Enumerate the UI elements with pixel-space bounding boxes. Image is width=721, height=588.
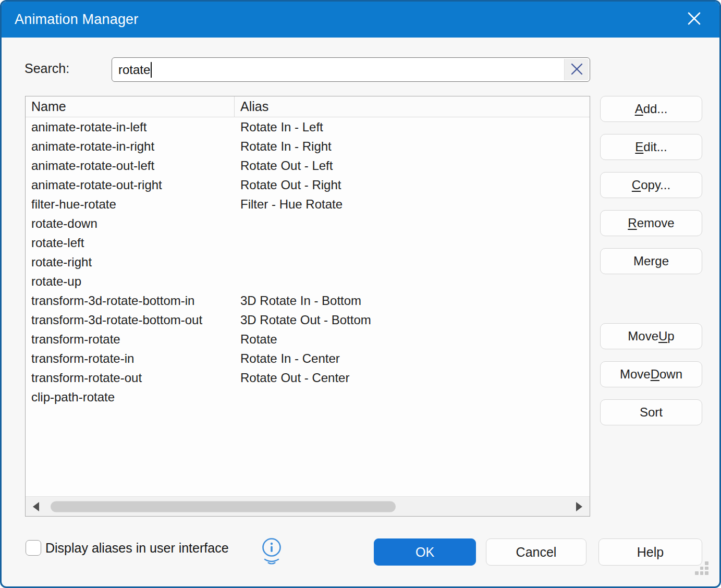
search-value: rotate (112, 63, 150, 77)
table-row[interactable]: transform-3d-rotate-bottom-in 3D Rotate … (26, 291, 590, 310)
help-button[interactable]: Help (598, 538, 702, 566)
row-alias: Rotate (235, 332, 590, 347)
ok-button[interactable]: OK (374, 538, 476, 566)
text-caret (151, 62, 152, 78)
table-row[interactable]: transform-3d-rotate-bottom-out 3D Rotate… (26, 310, 590, 329)
title-bar[interactable]: Animation Manager (2, 2, 719, 38)
row-name: transform-3d-rotate-bottom-out (26, 313, 235, 327)
table-row[interactable]: animate-rotate-in-left Rotate In - Left (26, 117, 590, 137)
table-row[interactable]: clip-path-rotate (26, 387, 590, 407)
row-alias: Rotate In - Right (235, 139, 590, 154)
table-row[interactable]: animate-rotate-out-left Rotate Out - Lef… (26, 156, 590, 175)
remove-button[interactable]: Remove (600, 210, 702, 236)
dialog-title: Animation Manager (15, 11, 139, 28)
row-alias: Rotate In - Center (235, 351, 590, 366)
column-header-alias[interactable]: Alias (235, 96, 590, 117)
table-row[interactable]: rotate-up (26, 272, 590, 291)
list-header: Name Alias (26, 96, 590, 117)
display-aliases-checkbox[interactable] (26, 540, 41, 556)
edit-button[interactable]: Edit... (600, 134, 702, 160)
table-row[interactable]: animate-rotate-out-right Rotate Out - Ri… (26, 175, 590, 194)
search-input[interactable]: rotate (112, 57, 590, 82)
table-row[interactable]: transform-rotate-in Rotate In - Center (26, 349, 590, 368)
table-row[interactable]: transform-rotate-out Rotate Out - Center (26, 368, 590, 387)
row-name: animate-rotate-in-left (26, 120, 235, 134)
row-name: animate-rotate-out-right (26, 178, 235, 192)
add-button[interactable]: Add... (600, 96, 702, 122)
row-name: animate-rotate-out-left (26, 158, 235, 173)
close-icon (687, 11, 701, 28)
move-up-button[interactable]: Move Up (600, 323, 702, 349)
row-alias: Rotate Out - Right (235, 178, 590, 192)
resize-grip[interactable] (695, 561, 708, 575)
display-aliases-label: Display aliases in user interface (45, 540, 229, 556)
row-name: filter-hue-rotate (26, 197, 235, 212)
row-alias: 3D Rotate Out - Bottom (235, 313, 590, 327)
row-alias: 3D Rotate In - Bottom (235, 293, 590, 308)
scrollbar-thumb[interactable] (51, 501, 396, 512)
close-button[interactable] (685, 10, 703, 28)
search-label: Search: (25, 61, 69, 76)
merge-button[interactable]: Merge (600, 248, 702, 274)
table-row[interactable]: rotate-down (26, 214, 590, 233)
animation-list[interactable]: Name Alias animate-rotate-in-left Rotate… (25, 96, 590, 517)
row-name: animate-rotate-in-right (26, 139, 235, 154)
copy-button[interactable]: Copy... (600, 172, 702, 198)
row-alias: Rotate Out - Center (235, 371, 590, 385)
sort-button[interactable]: Sort (600, 399, 702, 425)
row-name: rotate-down (26, 216, 235, 231)
table-row[interactable]: rotate-left (26, 233, 590, 252)
column-header-name[interactable]: Name (26, 96, 235, 117)
move-down-button[interactable]: Move Down (600, 361, 702, 387)
clear-x-icon (569, 62, 584, 78)
horizontal-scrollbar[interactable] (26, 496, 590, 516)
row-name: rotate-left (26, 236, 235, 250)
list-rows: animate-rotate-in-left Rotate In - Left … (26, 117, 590, 407)
row-name: rotate-up (26, 274, 235, 289)
row-alias: Rotate In - Left (235, 120, 590, 134)
scroll-left-icon[interactable] (33, 502, 39, 511)
row-name: transform-rotate (26, 332, 235, 347)
table-row[interactable]: rotate-right (26, 252, 590, 272)
table-row[interactable]: transform-rotate Rotate (26, 329, 590, 349)
scroll-right-icon[interactable] (576, 502, 582, 511)
table-row[interactable]: filter-hue-rotate Filter - Hue Rotate (26, 194, 590, 214)
cancel-button[interactable]: Cancel (486, 538, 586, 566)
row-name: transform-3d-rotate-bottom-in (26, 293, 235, 308)
row-name: transform-rotate-out (26, 371, 235, 385)
row-alias: Rotate Out - Left (235, 158, 590, 173)
row-name: rotate-right (26, 255, 235, 270)
row-name: transform-rotate-in (26, 351, 235, 366)
row-name: clip-path-rotate (26, 390, 235, 405)
row-alias: Filter - Hue Rotate (235, 197, 590, 212)
info-icon[interactable] (258, 536, 285, 567)
screen: Animation Manager Search: rotate (0, 0, 721, 588)
search-clear-button[interactable] (564, 59, 589, 80)
table-row[interactable]: animate-rotate-in-right Rotate In - Righ… (26, 137, 590, 156)
animation-manager-dialog: Animation Manager Search: rotate (0, 0, 721, 588)
